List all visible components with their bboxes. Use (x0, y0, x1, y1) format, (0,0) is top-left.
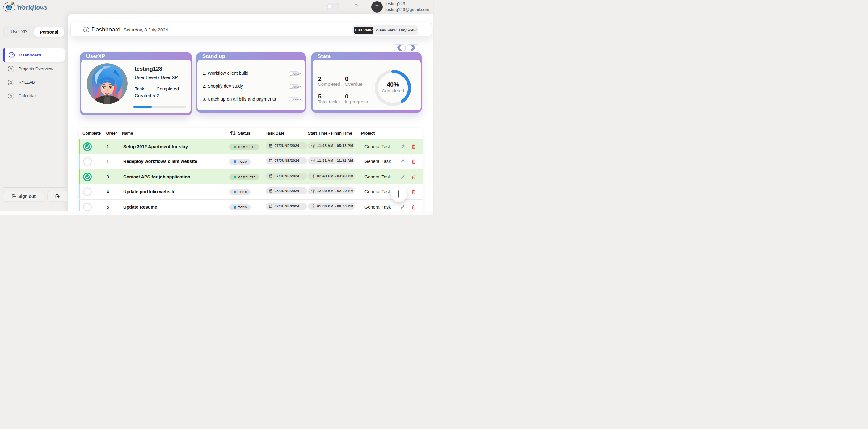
svg-text:0: 0 (312, 190, 313, 192)
svg-text:0: 0 (312, 159, 313, 162)
svg-text:0: 0 (312, 205, 313, 208)
svg-text:0: 0 (312, 175, 313, 177)
svg-text:0: 0 (312, 144, 313, 147)
